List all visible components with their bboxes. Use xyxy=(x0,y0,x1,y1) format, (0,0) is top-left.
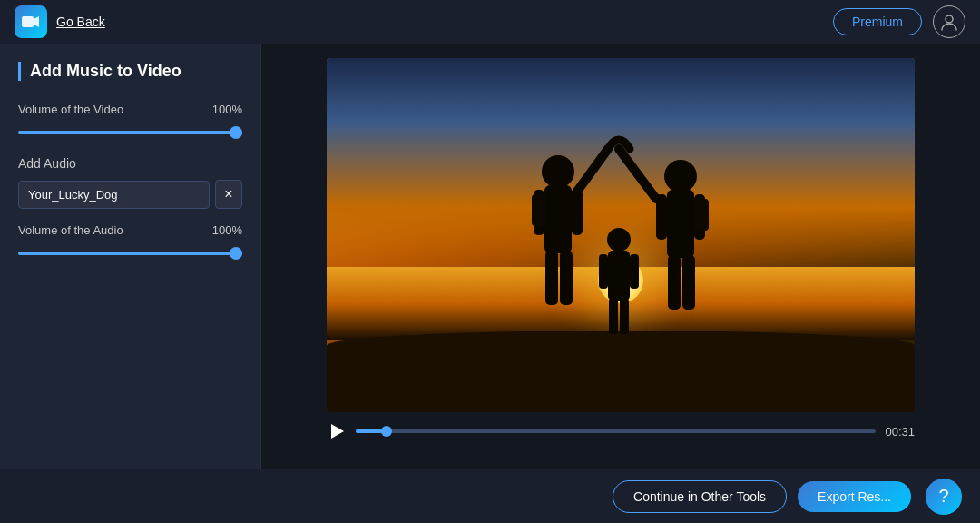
audio-volume-slider-container[interactable] xyxy=(18,252,242,255)
svg-rect-16 xyxy=(668,255,681,310)
svg-rect-23 xyxy=(609,298,618,334)
video-volume-row: Volume of the Video 100% xyxy=(18,103,242,123)
progress-track[interactable] xyxy=(356,429,876,433)
go-back-button[interactable]: Go Back xyxy=(56,15,105,29)
silhouette-group xyxy=(327,58,915,412)
header: Go Back Premium xyxy=(0,0,980,44)
app-logo xyxy=(15,5,47,38)
video-background xyxy=(327,58,915,412)
play-button[interactable] xyxy=(327,421,347,441)
export-button[interactable]: Export Res... xyxy=(798,481,911,512)
svg-point-3 xyxy=(542,155,574,188)
svg-marker-25 xyxy=(331,424,344,439)
svg-point-2 xyxy=(946,15,953,23)
header-right: Premium xyxy=(833,5,965,38)
audio-volume-thumb[interactable] xyxy=(230,247,242,260)
audio-volume-track[interactable] xyxy=(18,252,242,255)
video-volume-slider-container[interactable] xyxy=(18,131,242,134)
svg-rect-21 xyxy=(599,254,608,289)
svg-point-19 xyxy=(607,228,631,252)
video-volume-fill xyxy=(18,131,242,134)
svg-rect-12 xyxy=(667,190,694,258)
progress-thumb[interactable] xyxy=(381,426,392,437)
svg-line-7 xyxy=(572,149,608,199)
svg-line-15 xyxy=(619,149,656,199)
audio-volume-value: 100% xyxy=(212,223,242,244)
audio-input-row: × xyxy=(18,180,242,209)
video-volume-track[interactable] xyxy=(18,131,242,134)
bottom-bar: Continue in Other Tools Export Res... ? xyxy=(0,469,980,523)
svg-rect-8 xyxy=(545,251,558,305)
svg-rect-24 xyxy=(620,298,629,334)
clear-audio-button[interactable]: × xyxy=(215,180,242,209)
sidebar: Add Music to Video Volume of the Video 1… xyxy=(0,44,261,469)
header-left: Go Back xyxy=(15,5,105,38)
premium-button[interactable]: Premium xyxy=(833,8,922,35)
main-content: Add Music to Video Volume of the Video 1… xyxy=(0,44,980,469)
svg-rect-0 xyxy=(22,16,34,27)
svg-marker-1 xyxy=(34,16,39,27)
svg-rect-18 xyxy=(694,199,709,231)
sidebar-title: Add Music to Video xyxy=(18,62,242,81)
svg-rect-22 xyxy=(630,254,639,289)
audio-volume-label: Volume of the Audio xyxy=(18,223,123,237)
avatar[interactable] xyxy=(933,5,965,38)
video-player[interactable] xyxy=(327,58,915,412)
audio-filename-input[interactable] xyxy=(18,181,210,209)
video-area: 00:31 xyxy=(261,44,980,469)
svg-rect-20 xyxy=(608,251,630,301)
svg-rect-4 xyxy=(544,185,572,253)
svg-rect-10 xyxy=(532,194,546,226)
controls-bar: 00:31 xyxy=(327,421,915,441)
audio-volume-row: Volume of the Audio 100% xyxy=(18,223,242,244)
continue-other-tools-button[interactable]: Continue in Other Tools xyxy=(612,480,787,513)
time-label: 00:31 xyxy=(885,425,915,439)
svg-point-11 xyxy=(664,160,697,192)
video-volume-value: 100% xyxy=(212,103,242,123)
video-volume-thumb[interactable] xyxy=(230,126,242,139)
help-button[interactable]: ? xyxy=(926,479,962,515)
video-volume-label: Volume of the Video xyxy=(18,103,123,116)
audio-volume-fill xyxy=(18,252,242,255)
svg-rect-9 xyxy=(560,251,573,305)
svg-rect-17 xyxy=(682,255,695,310)
add-audio-label: Add Audio xyxy=(18,156,242,171)
